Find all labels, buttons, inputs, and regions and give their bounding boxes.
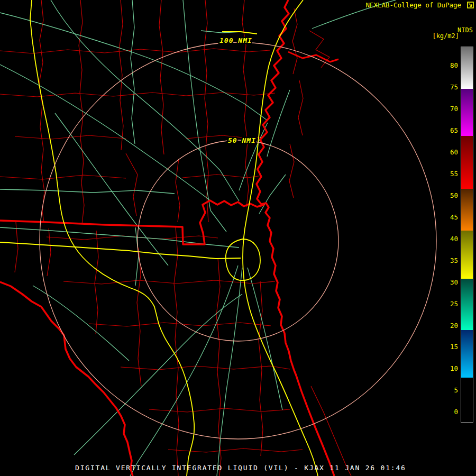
colorbar-tick: 50	[437, 191, 458, 199]
coastline-layer	[0, 0, 338, 476]
interstate-75	[30, 0, 194, 476]
colorbar-tick: 45	[437, 213, 458, 221]
colorbar-tick: 70	[437, 105, 458, 113]
brand-text: NEXLAB-College of DuPage	[365, 2, 461, 8]
range-ring-label-100nmi: 100 NMI	[219, 36, 252, 44]
colorbar-tick: 40	[437, 235, 458, 243]
vil-colorbar	[461, 47, 473, 423]
county-boundaries-layer	[0, 0, 351, 476]
colorbar-tick: 55	[437, 170, 458, 178]
cod-arrow-logo-icon	[467, 2, 474, 8]
colorbar-tick: 0	[437, 408, 458, 416]
colorbar-tick: 15	[437, 343, 458, 351]
colorbar-tick: 75	[437, 83, 458, 91]
radar-viewer-screen: { "header": { "brand": "NEXLAB-College o…	[0, 0, 476, 476]
colorbar-tick: 60	[437, 148, 458, 156]
radar-map-canvas: 100 NMI 50 NMI	[0, 0, 476, 476]
product-code-label: NIDS	[457, 28, 473, 33]
colorbar-tick: 25	[437, 300, 458, 308]
product-caption: DIGITAL VERTICALLY INTEGRATED LIQUID (VI…	[75, 464, 406, 472]
colorbar-tick: 35	[437, 257, 458, 264]
header-brand: NEXLAB-College of DuPage	[365, 2, 474, 8]
range-ring-label-50nmi: 50 NMI	[228, 136, 256, 144]
georgia-atlantic-coastline	[257, 0, 334, 476]
colorbar-tick: 20	[437, 322, 458, 329]
colorbar-tick: 10	[437, 364, 458, 372]
colorbar-tick: 30	[437, 278, 458, 286]
colorbar-tick: 80	[437, 61, 458, 69]
colorbar-tick: 5	[437, 386, 458, 394]
gulf-coastline	[0, 282, 133, 476]
units-label: [kg/m2]	[432, 33, 459, 39]
colorbar-tick: 65	[437, 126, 458, 134]
